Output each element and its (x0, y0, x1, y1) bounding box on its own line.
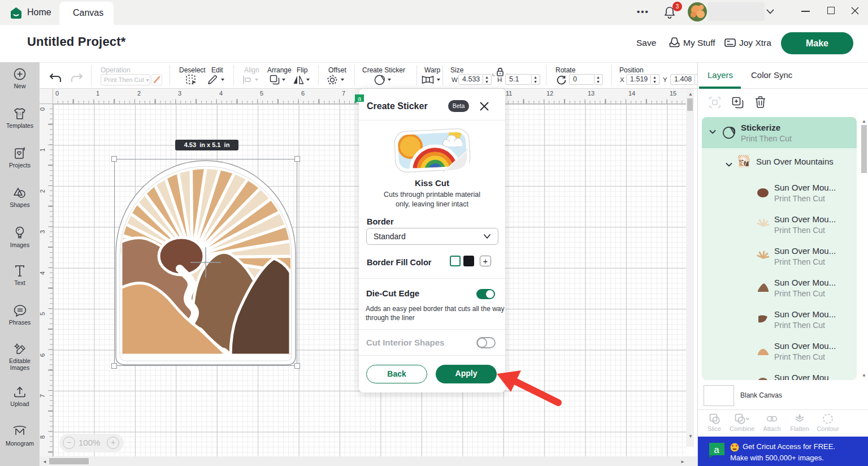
svg-text:a: a (714, 445, 719, 455)
svg-text:a: a (358, 95, 362, 102)
